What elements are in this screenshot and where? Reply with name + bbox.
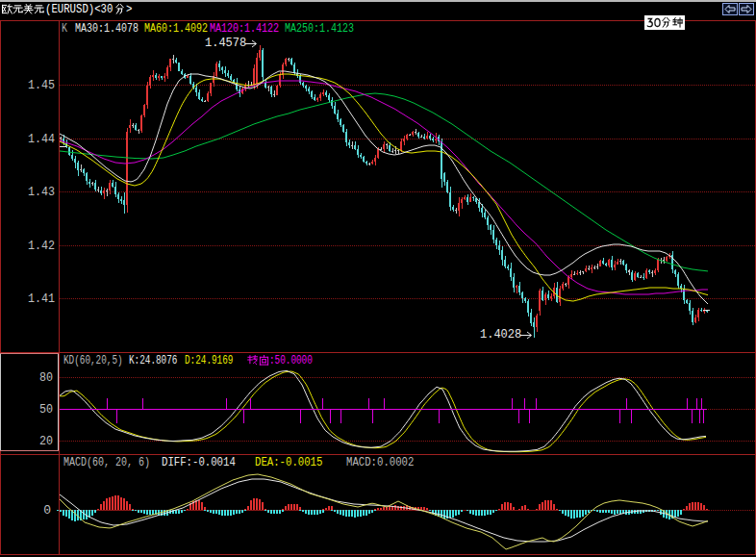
svg-text:50: 50 (39, 402, 53, 417)
svg-text:1.4578: 1.4578 (205, 37, 246, 50)
svg-text:MA250:1.4123: MA250:1.4123 (285, 22, 354, 36)
svg-text:DEA:-0.0015: DEA:-0.0015 (255, 456, 322, 469)
svg-text:>: > (126, 3, 132, 16)
svg-text:MACD:0.0002: MACD:0.0002 (346, 456, 414, 469)
svg-text:K: K (62, 22, 68, 36)
svg-text:DIFF:-0.0014: DIFF:-0.0014 (162, 456, 236, 469)
svg-text:K:24.8076: K:24.8076 (129, 354, 177, 367)
svg-text:0: 0 (43, 503, 51, 518)
svg-text:1.41: 1.41 (28, 291, 55, 306)
svg-text:80: 80 (39, 370, 53, 385)
svg-text:MACD(60, 20, 6): MACD(60, 20, 6) (63, 456, 150, 469)
svg-text:(EURUSD)<30: (EURUSD)<30 (45, 3, 113, 16)
svg-text:1.42: 1.42 (28, 239, 55, 253)
svg-text:1.45: 1.45 (28, 78, 55, 92)
svg-text:KD(60,20,5): KD(60,20,5) (63, 354, 123, 367)
svg-text:MA120:1.4122: MA120:1.4122 (210, 22, 279, 36)
svg-text:1.44: 1.44 (28, 132, 55, 146)
svg-text:D:24.9169: D:24.9169 (185, 354, 233, 367)
svg-text:MA30:1.4078: MA30:1.4078 (75, 22, 139, 36)
svg-text:MA60:1.4092: MA60:1.4092 (144, 22, 208, 36)
svg-text:1.43: 1.43 (28, 185, 55, 199)
svg-text:1.4028: 1.4028 (480, 328, 521, 342)
svg-text:20: 20 (39, 434, 53, 448)
svg-text::50.0000: :50.0000 (269, 354, 313, 367)
